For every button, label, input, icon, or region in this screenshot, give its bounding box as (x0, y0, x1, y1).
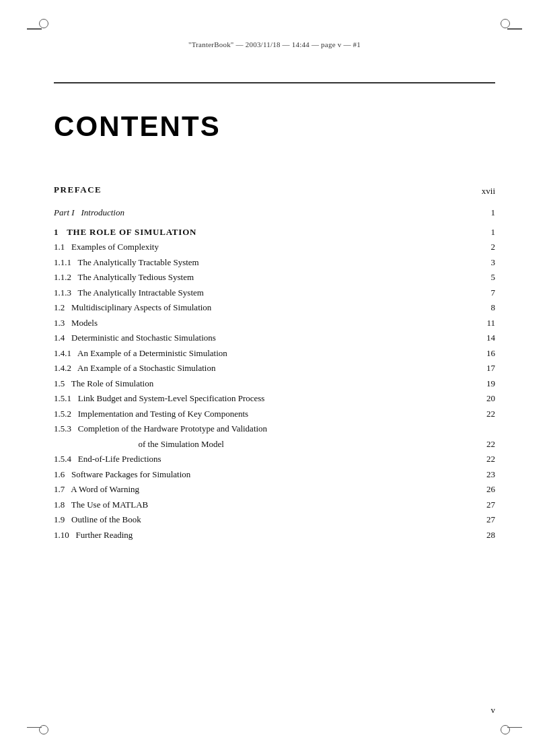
section-1-2-page: 8 (469, 300, 495, 316)
corner-mark-bl (27, 727, 42, 728)
toc-preface: PREFACE xvii (54, 183, 495, 199)
toc-1-6: 1.6 Software Packages for Simulation 23 (54, 467, 495, 482)
section-1-1-page: 2 (469, 240, 495, 255)
section-1-10-page: 28 (469, 527, 495, 543)
section-1-4-1-title: 1.4.1 An Example of a Deterministic Simu… (54, 345, 469, 361)
page: "TranterBook" — 2003/11/18 — 14:44 — pag… (0, 0, 549, 756)
section-1-5-title: 1.5 The Role of Simulation (54, 376, 469, 391)
section-1-4-2-title: 1.4.2 An Example of a Stochastic Simulat… (54, 361, 469, 376)
section-1-1-2-title: 1.1.2 The Analytically Tedious System (54, 270, 469, 285)
corner-mark-br (507, 727, 522, 728)
section-1-6-page: 23 (469, 467, 495, 482)
toc-1-5-3: 1.5.3 Completion of the Hardware Prototy… (54, 421, 495, 437)
toc-1-3: 1.3 Models 11 (54, 315, 495, 331)
corner-mark-tr (507, 28, 522, 30)
section-1-5-2-title: 1.5.2 Implementation and Testing of Key … (54, 406, 469, 421)
toc-1-4-2: 1.4.2 An Example of a Stochastic Simulat… (54, 361, 495, 376)
toc-1-2: 1.2 Multidisciplinary Aspects of Simulat… (54, 300, 495, 316)
part-num: Part I (54, 207, 81, 217)
section-1-1-3-page: 7 (469, 285, 495, 300)
toc-part1: Part I Introduction 1 (54, 205, 495, 221)
toc-chapter-1: 1 THE ROLE OF SIMULATION 1 (54, 224, 495, 240)
toc-1-5-2: 1.5.2 Implementation and Testing of Key … (54, 406, 495, 421)
footer-page-num: v (491, 705, 496, 716)
section-1-1-1-title: 1.1.1 The Analytically Tractable System (54, 254, 469, 270)
part-label: Part I Introduction (54, 205, 469, 221)
section-1-2-title: 1.2 Multidisciplinary Aspects of Simulat… (54, 300, 469, 316)
toc-1-4-1: 1.4.1 An Example of a Deterministic Simu… (54, 345, 495, 361)
chapter-1-page: 1 (469, 224, 495, 240)
chapter-1-title: 1 THE ROLE OF SIMULATION (54, 224, 469, 240)
toc-1-1: 1.1 Examples of Complexity 2 (54, 240, 495, 255)
toc-1-5-1: 1.5.1 Link Budget and System-Level Speci… (54, 391, 495, 407)
page-title: CONTENTS (54, 110, 495, 143)
section-1-5-1-page: 20 (469, 391, 495, 407)
section-1-1-1-page: 3 (469, 254, 495, 270)
section-1-5-page: 19 (469, 376, 495, 391)
section-1-5-4-page: 22 (469, 452, 495, 467)
section-1-7-page: 26 (469, 482, 495, 497)
section-1-9-page: 27 (469, 512, 495, 528)
toc-1-5: 1.5 The Role of Simulation 19 (54, 376, 495, 391)
section-1-4-title: 1.4 Deterministic and Stochastic Simulat… (54, 331, 469, 346)
part-page: 1 (469, 205, 495, 221)
preface-label: PREFACE (54, 183, 469, 199)
section-1-6-title: 1.6 Software Packages for Simulation (54, 467, 469, 482)
toc-1-1-2: 1.1.2 The Analytically Tedious System 5 (54, 270, 495, 285)
toc-1-4: 1.4 Deterministic and Stochastic Simulat… (54, 331, 495, 346)
toc-table: PREFACE xvii Part I Introduction 1 1 THE… (54, 183, 495, 543)
header-text: "TranterBook" — 2003/11/18 — 14:44 — pag… (188, 40, 361, 48)
section-1-5-2-page: 22 (469, 406, 495, 421)
toc-1-10: 1.10 Further Reading 28 (54, 527, 495, 543)
section-1-5-1-title: 1.5.1 Link Budget and System-Level Speci… (54, 391, 469, 407)
section-1-5-3-page (469, 421, 495, 437)
top-rule (54, 82, 495, 83)
chapter-1-label: THE ROLE OF SIMULATION (67, 227, 196, 237)
section-1-1-title: 1.1 Examples of Complexity (54, 240, 469, 255)
toc-1-5-4: 1.5.4 End-of-Life Predictions 22 (54, 452, 495, 467)
section-1-1-2-page: 5 (469, 270, 495, 285)
corner-mark-tl (27, 28, 42, 30)
toc-1-8: 1.8 The Use of MATLAB 27 (54, 497, 495, 512)
spacer-1 (54, 199, 495, 205)
section-1-3-title: 1.3 Models (54, 315, 469, 331)
section-1-3-page: 11 (469, 315, 495, 331)
section-1-5-3-title: 1.5.3 Completion of the Hardware Prototy… (54, 421, 469, 437)
toc-1-5-3-cont: of the Simulation Model 22 (54, 436, 495, 452)
chapter-1-num: 1 (54, 227, 67, 237)
page-header: "TranterBook" — 2003/11/18 — 14:44 — pag… (54, 40, 495, 48)
section-1-4-page: 14 (469, 331, 495, 346)
section-1-5-4-title: 1.5.4 End-of-Life Predictions (54, 452, 469, 467)
preface-page: xvii (469, 183, 495, 199)
section-1-10-title: 1.10 Further Reading (54, 527, 469, 543)
toc-1-7: 1.7 A Word of Warning 26 (54, 482, 495, 497)
toc-1-1-1: 1.1.1 The Analytically Tractable System … (54, 254, 495, 270)
toc-1-1-3: 1.1.3 The Analytically Intractable Syste… (54, 285, 495, 300)
section-1-5-3-page2: 22 (469, 436, 495, 452)
toc-1-9: 1.9 Outline of the Book 27 (54, 512, 495, 528)
section-1-4-2-page: 17 (469, 361, 495, 376)
section-1-8-title: 1.8 The Use of MATLAB (54, 497, 469, 512)
section-1-1-3-title: 1.1.3 The Analytically Intractable Syste… (54, 285, 469, 300)
section-1-8-page: 27 (469, 497, 495, 512)
section-1-4-1-page: 16 (469, 345, 495, 361)
section-1-5-3-line2: of the Simulation Model (54, 436, 469, 452)
section-1-7-title: 1.7 A Word of Warning (54, 482, 469, 497)
part-title: Introduction (81, 207, 124, 217)
section-1-9-title: 1.9 Outline of the Book (54, 512, 469, 528)
